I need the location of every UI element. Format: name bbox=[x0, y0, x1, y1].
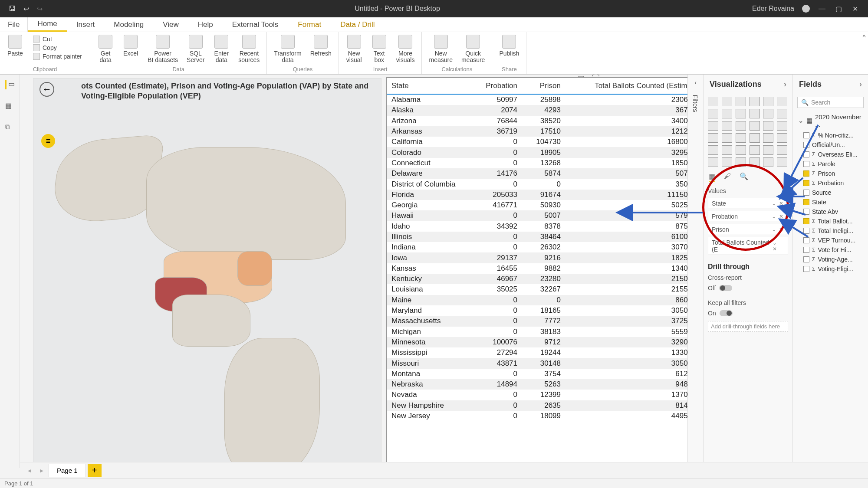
table-row[interactable]: Nevada0123991370000 bbox=[387, 390, 687, 400]
field-well-probation[interactable]: Probation⌄ ✕ bbox=[708, 211, 788, 222]
ribbon-data-enter-data[interactable]: Enterdata bbox=[210, 34, 232, 65]
table-row[interactable]: Arizona76844385203400000 bbox=[387, 116, 687, 126]
field-item-overseas-eli-[interactable]: ΣOverseas Eli... bbox=[793, 150, 868, 159]
viz-type-icon-28[interactable] bbox=[763, 145, 773, 155]
table-row[interactable]: Michigan0381835559186 bbox=[387, 327, 687, 337]
viz-type-icon-14[interactable] bbox=[736, 121, 746, 131]
viz-type-icon-13[interactable] bbox=[722, 121, 732, 131]
tab-insert[interactable]: Insert bbox=[67, 17, 105, 32]
field-item-source[interactable]: Source bbox=[793, 188, 868, 197]
data-view-icon[interactable]: ▦ bbox=[5, 102, 15, 111]
user-name[interactable]: Eder Rovaina bbox=[752, 5, 794, 13]
col-header-total[interactable]: Total Ballots Counted (Estimate) bbox=[561, 82, 687, 90]
back-button[interactable]: ← bbox=[39, 82, 54, 97]
field-checkbox[interactable] bbox=[803, 228, 809, 234]
table-row[interactable]: California010473016800000 bbox=[387, 137, 687, 147]
viz-type-icon-12[interactable] bbox=[708, 121, 718, 131]
table-row[interactable]: Kentucky46967232802150951 bbox=[387, 274, 687, 284]
field-item-total-ineligi-[interactable]: ΣTotal Ineligi... bbox=[793, 226, 868, 236]
format-painter-button[interactable]: Format painter bbox=[33, 53, 82, 60]
save-icon[interactable]: 🖫 bbox=[9, 5, 16, 13]
field-item-probation[interactable]: ΣProbation bbox=[793, 178, 868, 188]
maximize-button[interactable]: ▢ bbox=[834, 5, 843, 13]
field-item-parole[interactable]: ΣParole bbox=[793, 159, 868, 169]
add-drill-fields[interactable]: Add drill-through fields here bbox=[708, 321, 788, 332]
minimize-button[interactable]: — bbox=[818, 5, 826, 13]
viz-type-icon-31[interactable] bbox=[722, 157, 732, 167]
tab-data-drill[interactable]: Data / Drill bbox=[331, 17, 384, 32]
table-row[interactable]: Illinois0384646100000 bbox=[387, 232, 687, 242]
field-checkbox[interactable] bbox=[803, 161, 809, 167]
ribbon-calc-quick-measure[interactable]: Quickmeasure bbox=[459, 34, 487, 65]
ribbon-data-excel[interactable]: Excel bbox=[120, 34, 141, 65]
viz-type-icon-3[interactable] bbox=[750, 97, 760, 106]
viz-type-icon-16[interactable] bbox=[763, 121, 773, 131]
field-item-official-un-[interactable]: Official/Un... bbox=[793, 140, 868, 150]
report-view-icon[interactable]: ▭ bbox=[5, 80, 15, 89]
field-item-vote-for-hi-[interactable]: ΣVote for Hi... bbox=[793, 245, 868, 255]
table-row[interactable]: Delaware141765874507805 bbox=[387, 168, 687, 179]
field-well-state[interactable]: State⌄ ✕ bbox=[708, 198, 788, 209]
field-item-state[interactable]: State bbox=[793, 197, 868, 207]
field-item-prison[interactable]: ΣPrison bbox=[793, 169, 868, 178]
viz-type-icon-35[interactable] bbox=[777, 157, 787, 167]
table-row[interactable]: New Hampshire02635814092 bbox=[387, 400, 687, 411]
keep-filters-toggle[interactable] bbox=[720, 310, 733, 316]
viz-type-icon-10[interactable] bbox=[763, 109, 773, 118]
map-body[interactable]: ≡ esri bbox=[33, 104, 381, 468]
field-well-total-ballots[interactable]: Total Ballots Counted (E⌄ ✕ bbox=[708, 237, 788, 255]
analytics-tab-icon[interactable]: 🔍 bbox=[740, 172, 748, 182]
ribbon-queries-transform-data[interactable]: Transformdata bbox=[271, 34, 304, 65]
table-row[interactable]: Connecticut0132681850000 bbox=[387, 158, 687, 168]
viz-type-icon-21[interactable] bbox=[750, 133, 760, 143]
ribbon-share-publish[interactable]: Publish bbox=[496, 34, 522, 65]
format-tab-icon[interactable]: 🖌 bbox=[724, 172, 731, 182]
field-item--non-citiz-[interactable]: Σ% Non-citiz... bbox=[793, 131, 868, 140]
field-well-prison[interactable]: Prison⌄ ✕ bbox=[708, 224, 788, 235]
viz-type-icon-33[interactable] bbox=[750, 157, 760, 167]
ribbon-queries-refresh[interactable]: Refresh bbox=[308, 34, 334, 65]
viz-type-icon-9[interactable] bbox=[750, 109, 760, 118]
expand-filters-icon[interactable]: ‹ bbox=[694, 79, 697, 86]
tab-modeling[interactable]: Modeling bbox=[104, 17, 153, 32]
fields-tab-icon[interactable]: ▦ bbox=[709, 172, 715, 182]
ribbon-data-sql-server[interactable]: SQLServer bbox=[184, 34, 207, 65]
table-row[interactable]: Alabama50997258982306587 bbox=[387, 95, 687, 105]
viz-type-icon-24[interactable] bbox=[708, 145, 718, 155]
viz-type-icon-18[interactable] bbox=[708, 133, 718, 143]
field-checkbox[interactable] bbox=[803, 218, 809, 224]
ribbon-calc-new-measure[interactable]: Newmeasure bbox=[426, 34, 455, 65]
field-checkbox[interactable] bbox=[803, 142, 809, 148]
table-row[interactable]: Arkansas36719175101212030 bbox=[387, 126, 687, 137]
copy-button[interactable]: Copy bbox=[33, 44, 82, 51]
user-avatar-icon[interactable] bbox=[802, 5, 810, 13]
close-button[interactable]: ✕ bbox=[851, 5, 859, 13]
table-row[interactable]: Kansas1645598821340000 bbox=[387, 263, 687, 274]
collapse-viz-pane-icon[interactable]: › bbox=[784, 80, 786, 89]
field-checkbox[interactable] bbox=[803, 190, 809, 196]
collapse-fields-pane-icon[interactable]: › bbox=[859, 80, 862, 89]
viz-type-icon-5[interactable] bbox=[777, 97, 787, 106]
map-visual[interactable]: ← ots Counted (Estimate), Prison and Vot… bbox=[33, 78, 381, 468]
col-header-probation[interactable]: Probation bbox=[465, 82, 517, 90]
cut-button[interactable]: Cut bbox=[33, 36, 82, 43]
viz-type-icon-15[interactable] bbox=[750, 121, 760, 131]
field-item-vep-turnou-[interactable]: ΣVEP Turnou... bbox=[793, 236, 868, 245]
viz-type-icon-26[interactable] bbox=[736, 145, 746, 155]
page-prev-button[interactable]: ◂ bbox=[24, 466, 35, 475]
undo-icon[interactable]: ↩ bbox=[23, 5, 29, 13]
table-row[interactable]: Maine00860000 bbox=[387, 295, 687, 305]
field-checkbox[interactable] bbox=[803, 237, 809, 243]
viz-type-icon-17[interactable] bbox=[777, 121, 787, 131]
viz-type-icon-23[interactable] bbox=[777, 133, 787, 143]
redo-icon[interactable]: ↪ bbox=[37, 5, 43, 13]
viz-type-icon-8[interactable] bbox=[736, 109, 746, 118]
field-item-voting-age-[interactable]: ΣVoting-Age... bbox=[793, 255, 868, 264]
table-row[interactable]: Missouri43871301483050000 bbox=[387, 358, 687, 368]
viz-type-icon-32[interactable] bbox=[736, 157, 746, 167]
viz-type-icon-20[interactable] bbox=[736, 133, 746, 143]
viz-type-icon-30[interactable] bbox=[708, 157, 718, 167]
viz-type-icon-0[interactable] bbox=[708, 97, 718, 106]
page-tab-1[interactable]: Page 1 bbox=[49, 464, 86, 477]
model-view-icon[interactable]: ⧉ bbox=[5, 123, 15, 133]
